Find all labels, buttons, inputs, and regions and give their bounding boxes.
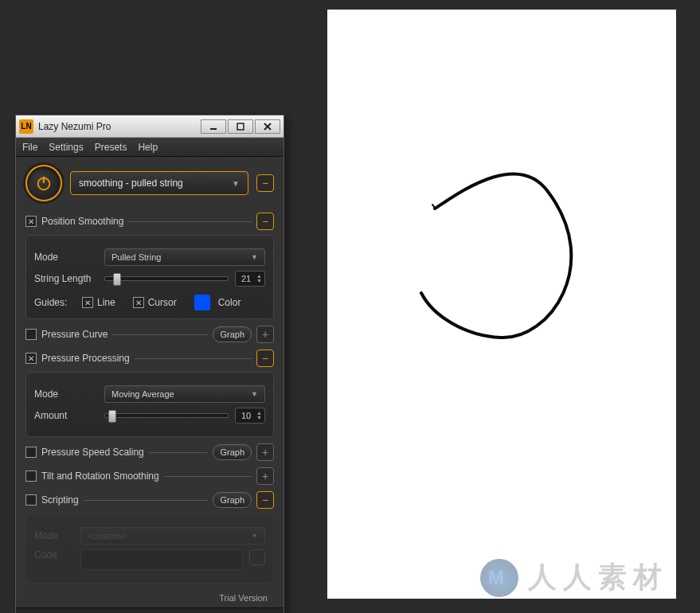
scripting-label: Scripting <box>41 494 79 506</box>
minimize-button[interactable] <box>201 119 226 134</box>
pressure-curve-label: Pressure Curve <box>41 329 108 340</box>
tilt-rotation-label: Tilt and Rotation Smoothing <box>41 470 159 482</box>
app-title: Lazy Nezumi Pro <box>38 121 199 132</box>
position-smoothing-panel: Mode Pulled String ▼ String Length 21 ▲▼… <box>25 235 274 319</box>
position-mode-dropdown[interactable]: Pulled String ▼ <box>104 248 265 266</box>
preset-dropdown[interactable]: smoothing - pulled string ▼ <box>70 171 248 195</box>
position-smoothing-checkbox[interactable]: ✕ <box>25 216 37 227</box>
menu-help[interactable]: Help <box>138 142 158 153</box>
expand-pss-button[interactable]: + <box>256 443 274 461</box>
menu-presets[interactable]: Presets <box>95 142 127 153</box>
guides-label: Guides: <box>34 297 74 308</box>
scripting-checkbox[interactable] <box>25 494 37 506</box>
pressure-processing-panel: Mode Moving Average ▼ Amount 10 ▲▼ <box>25 372 274 437</box>
titlebar[interactable]: LN Lazy Nezumi Pro <box>16 115 284 138</box>
slider-thumb[interactable] <box>113 273 121 286</box>
guide-color-label: Color <box>218 297 241 308</box>
pressure-speed-scaling-checkbox[interactable] <box>25 447 37 458</box>
pss-graph-button[interactable]: Graph <box>213 444 252 460</box>
guide-line-checkbox[interactable]: ✕ <box>82 297 93 308</box>
scripting-edit-button[interactable] <box>249 549 265 565</box>
pp-mode-dropdown[interactable]: Moving Average ▼ <box>104 385 265 403</box>
collapse-position-button[interactable]: − <box>256 213 274 230</box>
pressure-processing-checkbox[interactable]: ✕ <box>25 353 37 364</box>
chevron-down-icon: ▼ <box>251 253 258 261</box>
preset-selected: smoothing - pulled string <box>79 178 183 189</box>
tilt-rotation-checkbox[interactable] <box>25 470 37 482</box>
slider-thumb[interactable] <box>108 410 116 423</box>
pp-amount-slider[interactable] <box>104 413 229 418</box>
watermark: M 人人素材 <box>480 558 668 597</box>
pressure-curve-checkbox[interactable] <box>25 329 37 340</box>
string-length-label: String Length <box>34 273 98 284</box>
guide-line-label: Line <box>97 297 115 308</box>
scripting-code-label: Code <box>34 549 74 560</box>
menu-file[interactable]: File <box>22 142 37 153</box>
canvas[interactable] <box>327 10 676 599</box>
pp-amount-label: Amount <box>34 410 98 421</box>
svg-rect-1 <box>237 123 244 130</box>
section-scripting: Scripting Graph − <box>25 491 274 509</box>
watermark-logo: M <box>480 559 518 597</box>
collapse-scripting-button[interactable]: − <box>256 491 274 509</box>
string-length-spinner[interactable]: 21 ▲▼ <box>235 271 265 287</box>
close-button[interactable] <box>255 119 280 134</box>
status-bar: Preset list paintbrushTool <box>16 607 284 613</box>
scripting-mode-label: Mode <box>34 530 74 541</box>
scripting-code-box[interactable] <box>80 549 243 570</box>
expand-tilt-button[interactable]: + <box>256 467 274 485</box>
pressure-speed-label: Pressure Speed Scaling <box>41 447 144 458</box>
pp-amount-spinner[interactable]: 10 ▲▼ <box>235 408 265 424</box>
section-tilt-rotation: Tilt and Rotation Smoothing + <box>25 467 274 485</box>
menubar: File Settings Presets Help <box>16 138 284 157</box>
collapse-preset-button[interactable]: − <box>256 174 274 192</box>
lazy-nezumi-panel: LN Lazy Nezumi Pro File Settings Presets… <box>15 115 284 613</box>
scripting-graph-button[interactable]: Graph <box>213 492 252 508</box>
section-pressure-processing: ✕ Pressure Processing − <box>25 349 274 367</box>
chevron-down-icon: ▼ <box>251 532 258 540</box>
guide-cursor-checkbox[interactable]: ✕ <box>133 297 144 308</box>
scripting-mode-dropdown[interactable]: <custom> ▼ <box>80 527 265 545</box>
section-position-smoothing: ✕ Position Smoothing − <box>25 213 274 230</box>
pressure-processing-label: Pressure Processing <box>41 353 130 364</box>
guide-color-swatch[interactable] <box>194 295 210 310</box>
collapse-pressure-processing-button[interactable]: − <box>256 349 274 367</box>
pressure-curve-graph-button[interactable]: Graph <box>213 326 252 342</box>
maximize-button[interactable] <box>228 119 253 134</box>
mode-label: Mode <box>34 252 98 263</box>
scripting-panel: Mode <custom> ▼ Code <box>25 513 274 584</box>
power-button[interactable] <box>25 165 62 201</box>
trial-version-label: Trial Version <box>25 590 274 603</box>
guide-cursor-label: Cursor <box>148 297 177 308</box>
section-pressure-curve: Pressure Curve Graph + <box>25 326 274 343</box>
position-smoothing-label: Position Smoothing <box>41 216 123 227</box>
string-length-slider[interactable] <box>104 276 229 281</box>
pp-mode-label: Mode <box>34 388 98 400</box>
section-pressure-speed-scaling: Pressure Speed Scaling Graph + <box>25 443 274 461</box>
menu-settings[interactable]: Settings <box>49 142 83 153</box>
chevron-down-icon: ▼ <box>251 390 258 398</box>
expand-pressure-curve-button[interactable]: + <box>256 326 274 343</box>
chevron-down-icon: ▼ <box>232 179 240 188</box>
app-logo: LN <box>19 119 33 134</box>
